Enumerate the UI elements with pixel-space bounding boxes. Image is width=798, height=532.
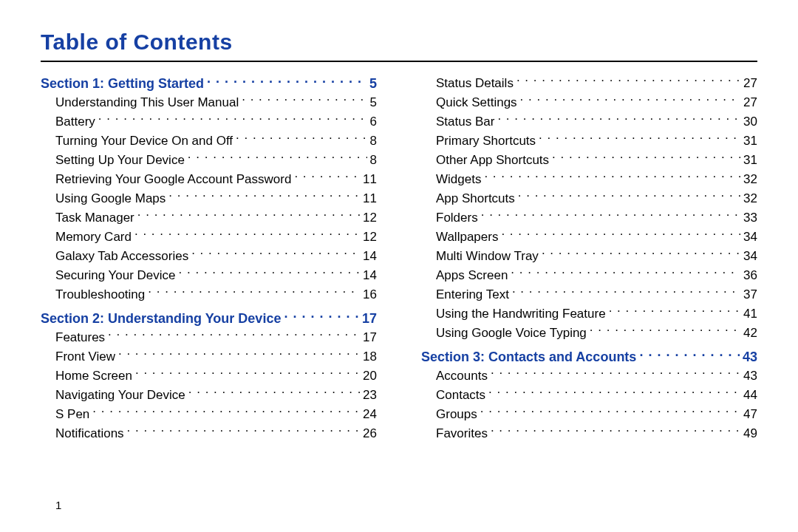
toc-page-number: 18 [363,347,377,366]
toc-entry[interactable]: Status Bar30 [421,112,757,132]
toc-leader-dots [294,171,360,183]
toc-leader-dots [552,151,740,164]
toc-entry[interactable]: Home Screen20 [41,366,377,386]
toc-entry[interactable]: Other App Shortcuts31 [421,151,757,170]
toc-leader-dots [135,367,360,380]
toc-entry[interactable]: Using Google Maps11 [41,189,377,208]
toc-entry[interactable]: Retrieving Your Google Account Password1… [41,170,377,189]
toc-entry[interactable]: Favorites49 [421,424,757,443]
toc-label: Favorites [421,424,488,443]
toc-entry[interactable]: Navigating Your Device23 [41,386,377,405]
toc-page-number: 47 [743,405,757,424]
toc-leader-dots [484,171,740,183]
toc-entry[interactable]: Turning Your Device On and Off8 [41,132,377,151]
toc-page-number: 12 [363,208,377,228]
toc-label: Task Manager [41,208,134,228]
toc-label: Features [41,328,105,347]
toc-leader-dots [501,228,740,241]
toc-entry[interactable]: Galaxy Tab Accessories14 [41,247,377,266]
toc-entry[interactable]: Notifications26 [41,424,377,443]
toc-page-number: 17 [362,309,377,328]
toc-label: S Pen [41,405,89,424]
toc-entry[interactable]: Status Details27 [421,74,757,93]
toc-leader-dots [539,132,740,145]
toc-leader-dots [480,406,740,418]
toc-leader-dots [491,425,740,437]
toc-page-number: 14 [363,266,377,285]
toc-entry[interactable]: Using the Handwriting Feature41 [421,304,757,324]
toc-page-number: 23 [363,386,377,405]
toc-column-left: Section 1: Getting Started5Understanding… [41,74,377,443]
toc-leader-dots [134,228,360,241]
toc-section-heading[interactable]: Section 2: Understanding Your Device17 [41,309,377,328]
toc-entry[interactable]: Using Google Voice Typing42 [421,324,757,343]
toc-label: Section 2: Understanding Your Device [41,309,281,328]
toc-label: Troubleshooting [41,285,145,304]
toc-leader-dots [188,151,367,164]
toc-page-number: 43 [743,347,757,366]
toc-entry[interactable]: Multi Window Tray34 [421,247,757,266]
toc-entry[interactable]: Troubleshooting16 [41,285,377,304]
toc-leader-dots [92,406,360,418]
toc-entry[interactable]: Entering Text37 [421,285,757,304]
toc-label: Multi Window Tray [421,247,539,266]
toc-leader-dots [491,367,740,380]
toc-leader-dots [639,348,740,361]
toc-leader-dots [284,310,359,323]
document-page: Table of Contents Section 1: Getting Sta… [0,0,798,532]
toc-label: Status Details [421,74,514,93]
toc-page-number: 8 [370,151,377,170]
toc-section-heading[interactable]: Section 1: Getting Started5 [41,74,377,93]
toc-label: Battery [41,112,95,132]
toc-entry[interactable]: Accounts43 [421,366,757,386]
toc-label: Apps Screen [421,266,508,285]
toc-leader-dots [609,305,740,318]
toc-columns: Section 1: Getting Started5Understanding… [41,74,757,443]
toc-entry[interactable]: Memory Card12 [41,228,377,247]
toc-entry[interactable]: App Shortcuts32 [421,189,757,208]
toc-label: Accounts [421,366,488,386]
toc-entry[interactable]: Primary Shortcuts31 [421,132,757,151]
toc-entry[interactable]: Wallpapers34 [421,228,757,247]
toc-page-number: 41 [743,304,757,324]
toc-entry[interactable]: Task Manager12 [41,208,377,228]
toc-entry[interactable]: Folders33 [421,208,757,228]
toc-page-number: 5 [369,74,377,93]
toc-leader-dots [511,267,740,279]
toc-section-heading[interactable]: Section 3: Contacts and Accounts43 [421,347,757,366]
toc-label: Other App Shortcuts [421,151,549,170]
toc-page-number: 34 [743,228,757,247]
toc-leader-dots [518,190,740,202]
toc-column-right: Status Details27Quick Settings27Status B… [421,74,757,443]
toc-page-number: 11 [363,170,377,189]
toc-entry[interactable]: Front View18 [41,347,377,366]
toc-entry[interactable]: Contacts44 [421,386,757,405]
toc-page-number: 33 [743,208,757,228]
toc-entry[interactable]: Widgets32 [421,170,757,189]
toc-leader-dots [137,209,360,222]
toc-leader-dots [108,329,360,341]
toc-entry[interactable]: Groups47 [421,405,757,424]
toc-entry[interactable]: Apps Screen36 [421,266,757,285]
toc-leader-dots [98,113,367,126]
toc-page-number: 14 [363,247,377,266]
toc-page-number: 20 [363,366,377,386]
toc-label: Using Google Voice Typing [421,324,587,343]
toc-entry[interactable]: Battery6 [41,112,377,132]
toc-leader-dots [590,324,740,337]
toc-label: Notifications [41,424,124,443]
toc-page-number: 8 [370,132,377,151]
toc-label: Folders [421,208,478,228]
toc-label: Navigating Your Device [41,386,185,405]
toc-leader-dots [481,209,740,222]
toc-page-number: 32 [743,189,757,208]
toc-entry[interactable]: Securing Your Device14 [41,266,377,285]
toc-label: Wallpapers [421,228,498,247]
toc-entry[interactable]: S Pen24 [41,405,377,424]
toc-entry[interactable]: Features17 [41,328,377,347]
toc-entry[interactable]: Quick Settings27 [421,93,757,112]
toc-entry[interactable]: Understanding This User Manual5 [41,93,377,112]
toc-entry[interactable]: Setting Up Your Device8 [41,151,377,170]
toc-leader-dots [236,132,366,145]
toc-label: App Shortcuts [421,189,515,208]
